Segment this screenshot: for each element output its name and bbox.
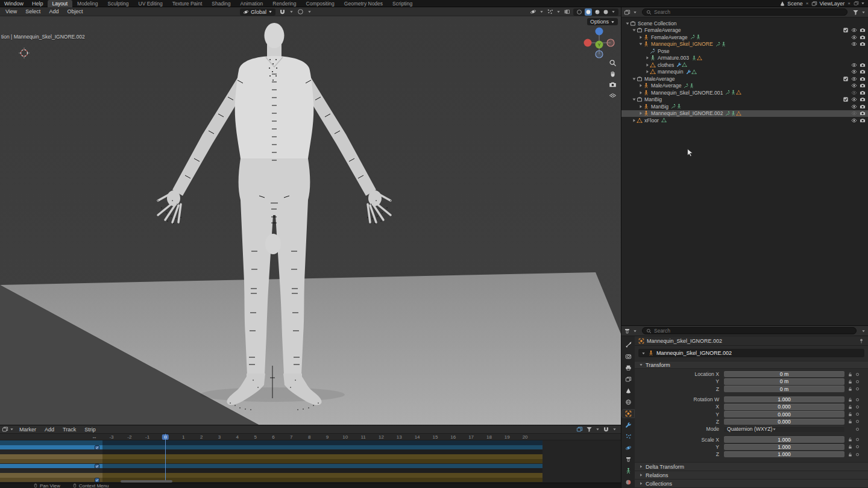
shading-dropdown-icon[interactable] bbox=[611, 10, 615, 14]
properties-tab-scene[interactable] bbox=[622, 387, 634, 395]
properties-tab-world[interactable] bbox=[622, 398, 634, 406]
disclosure-closed-icon[interactable] bbox=[632, 118, 637, 123]
track-channel[interactable] bbox=[0, 478, 102, 483]
camera-toggle-icon[interactable] bbox=[860, 110, 866, 116]
filter-icon[interactable] bbox=[852, 9, 859, 16]
viewport-menu-object[interactable]: Object bbox=[63, 8, 87, 15]
track-channel[interactable] bbox=[0, 459, 102, 464]
panel-delta-transform[interactable]: Delta Transform bbox=[635, 462, 868, 471]
frame-range-fit-icon[interactable]: ↔ bbox=[92, 434, 97, 440]
disclosure-open-icon[interactable] bbox=[625, 21, 630, 26]
disclosure-open-icon[interactable] bbox=[638, 42, 643, 46]
workspace-tab-rendering[interactable]: Rendering bbox=[268, 0, 301, 7]
outliner-row[interactable]: Mannequin_Skel_IGNORE.002 bbox=[621, 110, 868, 117]
animate-decorator-dot[interactable] bbox=[856, 438, 859, 441]
nla-track-strip[interactable] bbox=[0, 454, 621, 459]
lock-icon-wrap[interactable] bbox=[848, 444, 853, 449]
outliner-row[interactable]: Mannequin_Skel_IGNORE bbox=[621, 41, 868, 48]
outliner-row[interactable]: Pose bbox=[621, 48, 868, 55]
track-strip-area[interactable] bbox=[102, 449, 542, 454]
eye-toggle-icon[interactable] bbox=[851, 76, 857, 82]
chevron-down-icon[interactable] bbox=[861, 329, 866, 333]
view-toggle-icon[interactable] bbox=[576, 426, 583, 433]
gizmo-z-axis[interactable] bbox=[596, 28, 603, 36]
eye-toggle-icon[interactable] bbox=[851, 117, 857, 124]
animate-decorator-dot[interactable] bbox=[856, 387, 859, 390]
nla-track-strip[interactable] bbox=[0, 473, 621, 478]
eye-toggle-icon[interactable] bbox=[851, 62, 857, 68]
workspace-tab-scripting[interactable]: Scripting bbox=[388, 0, 417, 7]
track-channel[interactable] bbox=[0, 454, 102, 459]
chevron-down-icon[interactable] bbox=[10, 427, 14, 431]
rotation-mode-dropdown[interactable]: Quaternion (WXYZ) bbox=[724, 426, 844, 433]
animate-decorator-dot[interactable] bbox=[856, 373, 859, 376]
shading-rendered-icon[interactable] bbox=[603, 9, 609, 15]
value-field[interactable]: 0 m bbox=[724, 386, 844, 392]
outliner-row[interactable]: MaleAverage bbox=[621, 83, 868, 90]
lock-icon-wrap[interactable] bbox=[848, 437, 853, 442]
track-strip-area[interactable] bbox=[102, 459, 542, 464]
properties-tab-physics[interactable] bbox=[622, 444, 634, 452]
workspace-tab-texture-paint[interactable]: Texture Paint bbox=[168, 0, 207, 7]
camera-toggle-icon[interactable] bbox=[860, 96, 866, 102]
animate-decorator-dot[interactable] bbox=[856, 428, 859, 431]
workspace-tab-shading[interactable]: Shading bbox=[207, 0, 235, 7]
nla-track-object[interactable] bbox=[0, 464, 621, 469]
eye-toggle-icon[interactable] bbox=[851, 69, 857, 75]
workspace-tab-modeling[interactable]: Modeling bbox=[72, 0, 103, 7]
properties-tab-material[interactable] bbox=[622, 478, 634, 486]
lock-icon-wrap[interactable] bbox=[848, 397, 853, 402]
viewport-menu-add[interactable]: Add bbox=[45, 8, 63, 15]
transform-orientation-dropdown[interactable]: Global bbox=[240, 8, 275, 16]
disclosure-open-icon[interactable] bbox=[632, 77, 637, 81]
camera-toggle-icon[interactable] bbox=[860, 34, 866, 40]
properties-tab-modifiers[interactable] bbox=[622, 421, 634, 429]
nla-track-strip[interactable] bbox=[0, 459, 621, 464]
pan-hand-tool-icon[interactable] bbox=[609, 70, 617, 78]
nla-track-object[interactable] bbox=[0, 440, 621, 445]
nla-filter-icon[interactable] bbox=[586, 426, 593, 433]
disclosure-closed-icon[interactable] bbox=[638, 90, 643, 95]
topbar-menu-window[interactable]: Window bbox=[0, 0, 28, 7]
track-channel[interactable] bbox=[0, 473, 102, 478]
outliner-row[interactable]: ManBig bbox=[621, 96, 868, 104]
track-strip-area[interactable] bbox=[102, 445, 542, 450]
viewport-menu-view[interactable]: View bbox=[1, 8, 21, 15]
lock-icon-wrap[interactable] bbox=[848, 372, 853, 377]
animate-decorator-dot[interactable] bbox=[856, 398, 859, 401]
outliner-row[interactable]: ManBig bbox=[621, 103, 868, 110]
gizmo-x-axis[interactable] bbox=[607, 39, 614, 46]
track-strip-area[interactable] bbox=[102, 464, 542, 469]
nla-menu-strip[interactable]: Strip bbox=[80, 426, 100, 433]
track-channel[interactable] bbox=[0, 440, 102, 445]
lock-icon-wrap[interactable] bbox=[848, 386, 853, 392]
nla-track-object[interactable] bbox=[0, 445, 621, 450]
animate-decorator-dot[interactable] bbox=[856, 420, 859, 423]
camera-toggle-icon[interactable] bbox=[860, 69, 866, 75]
track-strip-area[interactable] bbox=[102, 473, 542, 478]
topbar-menu-help[interactable]: Help bbox=[28, 0, 48, 7]
properties-search-input[interactable] bbox=[654, 328, 852, 334]
camera-toggle-icon[interactable] bbox=[860, 27, 866, 33]
overlays-toggle-icon[interactable] bbox=[547, 8, 553, 15]
track-channel[interactable] bbox=[0, 445, 102, 450]
outliner-row[interactable]: xFloor bbox=[621, 117, 868, 124]
workspace-tab-sculpting[interactable]: Sculpting bbox=[103, 0, 134, 7]
outliner-row[interactable]: Armature.003 bbox=[621, 55, 868, 62]
value-field[interactable]: 0 m bbox=[724, 378, 844, 385]
camera-toggle-icon[interactable] bbox=[860, 41, 866, 47]
disclosure-closed-icon[interactable] bbox=[645, 69, 650, 74]
properties-editor-type-icon[interactable] bbox=[624, 328, 631, 334]
disclosure-open-icon[interactable] bbox=[632, 97, 637, 102]
xray-toggle-icon[interactable] bbox=[564, 8, 570, 15]
outliner-row[interactable]: Scene Collection bbox=[621, 20, 868, 27]
disclosure-closed-icon[interactable] bbox=[638, 111, 643, 116]
track-channel[interactable] bbox=[0, 449, 102, 454]
navigation-gizmo[interactable]: Y bbox=[578, 22, 620, 64]
camera-toggle-icon[interactable] bbox=[860, 104, 866, 110]
camera-toggle-icon[interactable] bbox=[860, 76, 866, 82]
gizmo-z-neg-axis[interactable] bbox=[596, 51, 603, 58]
eye-dim-toggle-icon[interactable] bbox=[851, 110, 857, 116]
track-strip-area[interactable] bbox=[102, 468, 542, 473]
properties-tab-particles[interactable] bbox=[622, 433, 634, 440]
